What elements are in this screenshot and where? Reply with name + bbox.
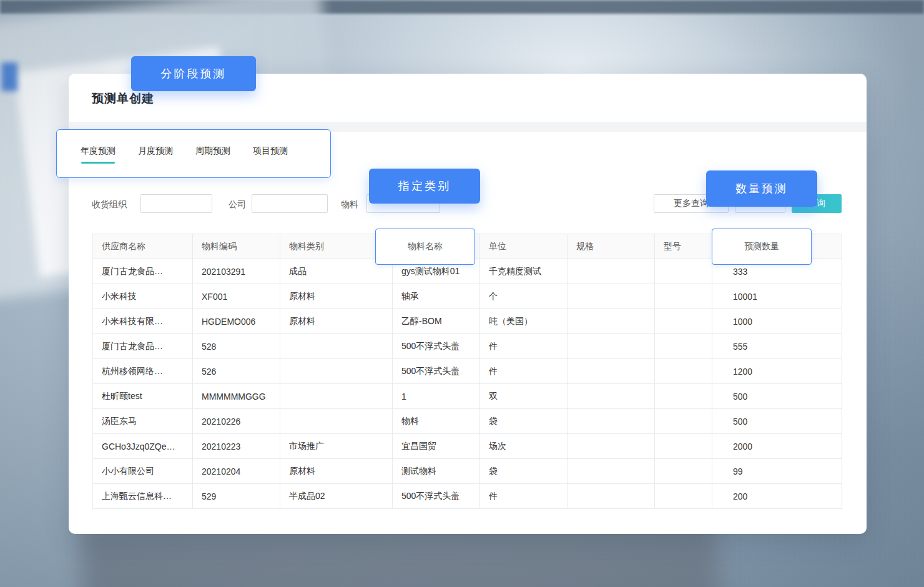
column-header: 单位 bbox=[480, 234, 568, 259]
tab-label: 周期预测 bbox=[195, 146, 230, 164]
table-cell: 袋 bbox=[480, 459, 568, 484]
table-row[interactable]: 杜昕颐testMMMMMMGGG1双500 bbox=[93, 384, 842, 409]
table-row[interactable]: 小小有限公司20210204原材料测试物料袋99 bbox=[93, 459, 842, 484]
table-cell bbox=[568, 359, 655, 384]
table-row[interactable]: 汤臣东马20210226物料袋500 bbox=[93, 409, 842, 434]
table-cell: 10001 bbox=[712, 284, 842, 309]
table-cell bbox=[655, 259, 712, 284]
table-cell bbox=[280, 359, 393, 384]
callout-specify-category: 指定类别 bbox=[369, 169, 480, 204]
table-body: 厦门古龙食品…202103291成品gys测试物料01千克精度测试333小米科技… bbox=[93, 259, 842, 509]
table-cell: MMMMMMGGG bbox=[193, 384, 280, 409]
table-cell bbox=[655, 459, 712, 484]
table-cell: 市场推广 bbox=[280, 434, 393, 459]
table-row[interactable]: 杭州移领网络…526500不浮式头盖件1200 bbox=[93, 359, 842, 384]
column-header: 物料名称 bbox=[393, 234, 480, 259]
table-cell: 双 bbox=[480, 384, 568, 409]
column-highlight-box: 预测数量 bbox=[712, 229, 812, 265]
column-header: 预测数量 bbox=[712, 234, 842, 259]
table-cell: 原材料 bbox=[280, 459, 393, 484]
table-cell: HGDEMO006 bbox=[193, 309, 280, 334]
company-label: 公司 bbox=[229, 199, 246, 210]
column-header: 规格 bbox=[568, 234, 655, 259]
company-input[interactable] bbox=[252, 194, 328, 213]
column-header: 供应商名称 bbox=[93, 234, 193, 259]
table-cell bbox=[655, 484, 712, 509]
table-cell: 测试物料 bbox=[393, 459, 480, 484]
table-cell: 528 bbox=[193, 334, 280, 359]
table-cell bbox=[280, 334, 393, 359]
table-cell: 526 bbox=[193, 359, 280, 384]
table-cell: 99 bbox=[712, 459, 842, 484]
table-row[interactable]: 小米科技有限…HGDEMO006原材料乙醇-BOM吨（美国）1000 bbox=[93, 309, 842, 334]
tab-annual[interactable]: 年度预测 bbox=[81, 146, 115, 164]
table-cell: 汤臣东马 bbox=[93, 409, 193, 434]
tab-monthly[interactable]: 月度预测 bbox=[138, 146, 173, 164]
table-cell bbox=[655, 284, 712, 309]
table-cell: 555 bbox=[712, 334, 842, 359]
table-cell: 件 bbox=[480, 334, 568, 359]
table-cell: 轴承 bbox=[393, 284, 480, 309]
table-cell bbox=[568, 334, 655, 359]
table-cell: 小米科技 bbox=[93, 284, 193, 309]
table-cell: 1000 bbox=[712, 309, 842, 334]
callout-quantity-forecast: 数量预测 bbox=[706, 170, 817, 207]
tab-label: 项目预测 bbox=[253, 146, 288, 164]
callout-phased-forecast: 分阶段预测 bbox=[131, 56, 256, 91]
table-cell: 529 bbox=[193, 484, 280, 509]
table-cell: 宜昌国贸 bbox=[393, 434, 480, 459]
table-cell bbox=[568, 309, 655, 334]
table-cell: 千克精度测试 bbox=[480, 259, 568, 284]
table-cell bbox=[655, 359, 712, 384]
table-cell: 杭州移领网络… bbox=[93, 359, 193, 384]
table-cell: 原材料 bbox=[280, 284, 393, 309]
table-cell: 个 bbox=[480, 284, 568, 309]
table-cell: 杜昕颐test bbox=[93, 384, 193, 409]
page-title: 预测单创建 bbox=[92, 91, 154, 107]
table-cell: 小米科技有限… bbox=[93, 309, 193, 334]
table-cell bbox=[568, 284, 655, 309]
table-cell: 袋 bbox=[480, 409, 568, 434]
table-cell: 20210226 bbox=[193, 409, 280, 434]
table-cell bbox=[568, 259, 655, 284]
tab-project[interactable]: 项目预测 bbox=[253, 146, 288, 164]
table-cell: 厦门古龙食品… bbox=[93, 259, 193, 284]
table-cell bbox=[655, 309, 712, 334]
table-cell: 500不浮式头盖 bbox=[393, 334, 480, 359]
table-row[interactable]: 上海甄云信息科…529半成品02500不浮式头盖件200 bbox=[93, 484, 842, 509]
material-label: 物料 bbox=[341, 199, 358, 210]
table-cell bbox=[568, 409, 655, 434]
tab-cycle[interactable]: 周期预测 bbox=[195, 146, 230, 164]
table-cell: 物料 bbox=[393, 409, 480, 434]
table-cell: 500 bbox=[712, 409, 842, 434]
table-cell: 200 bbox=[712, 484, 842, 509]
table-cell bbox=[655, 384, 712, 409]
table-cell: 吨（美国） bbox=[480, 309, 568, 334]
column-header: 物料编码 bbox=[193, 234, 280, 259]
table-row[interactable]: GCHo3Jzq0ZQe…20210223市场推广宜昌国贸场次2000 bbox=[93, 434, 842, 459]
tabs-panel: 年度预测月度预测周期预测项目预测 bbox=[56, 129, 331, 178]
table-cell: GCHo3Jzq0ZQe… bbox=[93, 434, 193, 459]
table-cell: 1 bbox=[393, 384, 480, 409]
table-cell: 件 bbox=[480, 359, 568, 384]
table-cell: 500不浮式头盖 bbox=[393, 484, 480, 509]
table-cell: 500 bbox=[712, 384, 842, 409]
table-row[interactable]: 厦门古龙食品…528500不浮式头盖件555 bbox=[93, 334, 842, 359]
table-cell bbox=[568, 434, 655, 459]
table-cell bbox=[568, 459, 655, 484]
table-cell: 500不浮式头盖 bbox=[393, 359, 480, 384]
table-cell: 20210223 bbox=[193, 434, 280, 459]
results-table-wrap: 供应商名称物料编码物料类别物料名称单位规格型号预测数量 厦门古龙食品…20210… bbox=[92, 234, 842, 509]
table-cell bbox=[280, 384, 393, 409]
forecast-table: 供应商名称物料编码物料类别物料名称单位规格型号预测数量 厦门古龙食品…20210… bbox=[92, 234, 842, 509]
table-cell: 上海甄云信息科… bbox=[93, 484, 193, 509]
table-row[interactable]: 小米科技XF001原材料轴承个10001 bbox=[93, 284, 842, 309]
table-cell bbox=[280, 409, 393, 434]
table-cell: 厦门古龙食品… bbox=[93, 334, 193, 359]
receiving-org-input[interactable] bbox=[140, 194, 212, 213]
table-cell: 件 bbox=[480, 484, 568, 509]
tab-label: 月度预测 bbox=[138, 146, 173, 164]
table-cell bbox=[655, 334, 712, 359]
table-cell bbox=[568, 484, 655, 509]
tab-label: 年度预测 bbox=[81, 146, 115, 164]
